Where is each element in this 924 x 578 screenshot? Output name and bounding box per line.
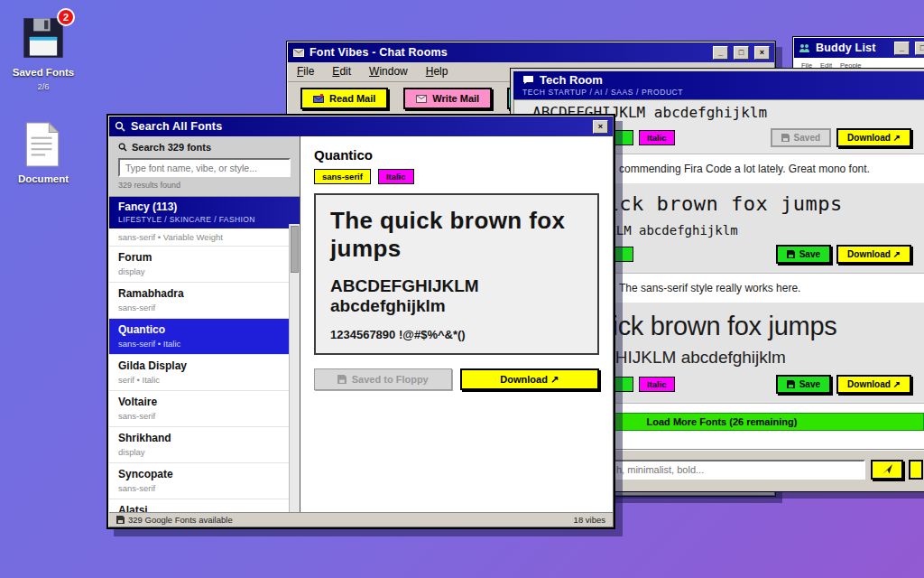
buddy-list-titlebar[interactable]: Buddy List _ □ [794, 38, 924, 58]
menu-window[interactable]: Window [369, 65, 408, 78]
font-tag: Italic [639, 130, 675, 145]
list-item[interactable]: Forum display [109, 247, 300, 283]
desktop-icon-saved-fonts[interactable]: 2 Saved Fonts 2/6 [0, 14, 87, 91]
buddies-icon [799, 42, 810, 54]
minimize-button[interactable]: _ [713, 46, 728, 60]
save-button[interactable]: Save [776, 375, 831, 394]
font-name: Forum [118, 251, 291, 264]
download-button[interactable]: Download ↗ [836, 245, 911, 264]
download-label: Download ↗ [500, 374, 559, 386]
window-title: Font Vibes - Chat Rooms [310, 46, 448, 59]
floppy-icon [116, 516, 125, 524]
font-style-label: sans-serif [118, 411, 291, 421]
save-button[interactable]: Save [776, 245, 831, 264]
list-item-selected[interactable]: Quantico sans-serif • Italic [109, 319, 300, 355]
room-subtitle: TECH STARTUP / AI / SAAS / PRODUCT [522, 88, 921, 97]
floppy-icon [337, 375, 346, 384]
saved-label: Saved [794, 133, 820, 143]
maximize-button[interactable]: □ [915, 42, 924, 55]
menu-edit[interactable]: Edit [332, 65, 351, 78]
font-preview-box: The quick brown fox jumps ABCDEFGHIJKLM … [314, 193, 599, 355]
font-tag: Italic [378, 169, 414, 184]
write-mail-label: Write Mail [432, 93, 479, 104]
font-name: Gilda Display [118, 359, 291, 372]
saved-label: Saved to Floppy [352, 374, 429, 385]
mail-icon [292, 47, 304, 59]
preview-headline: The quick brown fox jumps [330, 207, 583, 263]
search-all-fonts-window: Search All Fonts × Search 329 fonts [106, 114, 615, 529]
sidebar-scrollbar[interactable] [289, 224, 300, 512]
font-style-label: sans-serif [118, 483, 291, 493]
menu-help[interactable]: Help [426, 65, 448, 78]
search-titlebar[interactable]: Search All Fonts × [109, 117, 613, 136]
font-search-input[interactable] [118, 158, 291, 177]
close-button[interactable]: × [754, 46, 770, 60]
unread-badge: 2 [57, 8, 75, 26]
list-item[interactable]: Alatsi sans-serif [109, 499, 300, 512]
floppy-icon [787, 250, 795, 258]
saved-button[interactable]: Saved [771, 128, 831, 147]
download-button[interactable]: Download ↗ [836, 128, 911, 147]
font-style-label: display [118, 266, 291, 276]
room-title: Tech Room [540, 73, 603, 87]
search-icon [114, 121, 125, 133]
download-label: Download ↗ [847, 249, 901, 259]
font-name: Alatsi [118, 504, 291, 512]
font-name: Voltaire [118, 396, 291, 408]
minimize-button[interactable]: _ [894, 42, 910, 55]
desktop: 2 Saved Fonts 2/6 Document [0, 0, 924, 578]
status-left: 329 Google Fonts available [128, 515, 233, 525]
list-item[interactable]: Shrikhand display [109, 427, 300, 463]
document-icon [20, 121, 67, 168]
font-list-sidebar: Search 329 fonts 329 results found Fancy… [109, 136, 300, 512]
category-header[interactable]: Fancy (113) LIFESTYLE / SKINCARE / FASHI… [109, 197, 300, 228]
font-style-label: serif • Italic [118, 375, 291, 385]
desktop-icon-document[interactable]: Document [0, 121, 87, 184]
download-label: Download ↗ [847, 379, 901, 389]
font-detail-panel: Quantico sans-serif Italic The quick bro… [300, 136, 613, 512]
download-button[interactable]: Download ↗ [836, 375, 911, 394]
icon-label: Document [0, 173, 87, 184]
category-description: LIFESTYLE / SKINCARE / FASHION [118, 215, 291, 224]
envelope-icon [416, 95, 427, 103]
font-name: Quantico [118, 323, 291, 336]
window-title: Search All Fonts [131, 120, 222, 133]
search-icon [118, 143, 127, 152]
saved-to-floppy-button[interactable]: Saved to Floppy [314, 368, 452, 390]
close-button[interactable]: × [593, 120, 608, 134]
list-item[interactable]: Voltaire sans-serif [109, 391, 300, 427]
font-style-label: display [118, 447, 291, 457]
menu-file[interactable]: File [297, 65, 314, 78]
status-right: 18 vibes [574, 515, 605, 525]
send-button[interactable] [871, 460, 903, 480]
icon-label: Saved Fonts [0, 67, 87, 78]
font-name: Shrikhand [118, 432, 291, 444]
list-item[interactable]: Syncopate sans-serif [109, 463, 300, 499]
floppy-icon [781, 134, 790, 142]
cutoff-button[interactable] [909, 460, 923, 480]
maximize-button[interactable]: □ [734, 46, 749, 60]
font-style-label: sans-serif [118, 303, 291, 312]
download-button[interactable]: Download ↗ [460, 368, 600, 390]
write-mail-button[interactable]: Write Mail [403, 88, 492, 109]
tech-room-titlebar[interactable]: Tech Room TECH STARTUP / AI / SAAS / PRO… [513, 71, 924, 99]
font-vibes-titlebar[interactable]: Font Vibes - Chat Rooms _ □ × [288, 42, 774, 62]
list-item[interactable]: Ramabhadra sans-serif [109, 283, 300, 319]
window-title: Buddy List [816, 42, 876, 54]
search-panel: Search 329 fonts 329 results found [109, 136, 300, 197]
send-icon [882, 463, 893, 475]
read-mail-button[interactable]: Read Mail [300, 88, 388, 109]
font-style-label: sans-serif • Italic [118, 339, 291, 349]
chat-bubble-icon [522, 75, 534, 85]
results-count: 329 results found [118, 181, 291, 190]
category-name: Fancy (113) [118, 200, 291, 213]
scrollbar-thumb[interactable] [291, 226, 299, 273]
list-item-partial[interactable]: sans-serif • Variable Weight [109, 228, 300, 247]
font-style-label: sans-serif • Variable Weight [118, 232, 291, 242]
list-item[interactable]: Gilda Display serif • Italic [109, 355, 300, 391]
saved-count: 2/6 [0, 81, 87, 91]
read-mail-label: Read Mail [329, 93, 375, 104]
font-title: Quantico [314, 147, 599, 163]
search-header: Search 329 fonts [132, 142, 211, 153]
preview-numerals: 1234567890 !@#$%^&*() [330, 328, 583, 341]
